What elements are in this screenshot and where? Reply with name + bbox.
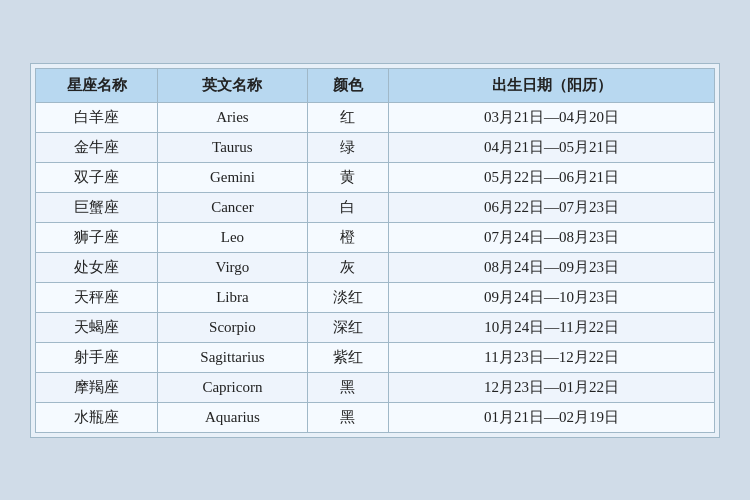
cell-chinese: 金牛座 bbox=[36, 132, 158, 162]
cell-chinese: 巨蟹座 bbox=[36, 192, 158, 222]
cell-color: 淡红 bbox=[307, 282, 388, 312]
cell-english: Aries bbox=[158, 102, 307, 132]
cell-color: 黄 bbox=[307, 162, 388, 192]
cell-english: Gemini bbox=[158, 162, 307, 192]
cell-english: Aquarius bbox=[158, 402, 307, 432]
cell-english: Libra bbox=[158, 282, 307, 312]
cell-date: 12月23日—01月22日 bbox=[389, 372, 715, 402]
cell-english: Leo bbox=[158, 222, 307, 252]
cell-date: 04月21日—05月21日 bbox=[389, 132, 715, 162]
cell-chinese: 天秤座 bbox=[36, 282, 158, 312]
cell-date: 01月21日—02月19日 bbox=[389, 402, 715, 432]
cell-color: 灰 bbox=[307, 252, 388, 282]
table-row: 处女座Virgo灰08月24日—09月23日 bbox=[36, 252, 715, 282]
table-row: 巨蟹座Cancer白06月22日—07月23日 bbox=[36, 192, 715, 222]
cell-chinese: 射手座 bbox=[36, 342, 158, 372]
cell-color: 白 bbox=[307, 192, 388, 222]
header-english: 英文名称 bbox=[158, 68, 307, 102]
table-body: 白羊座Aries红03月21日—04月20日金牛座Taurus绿04月21日—0… bbox=[36, 102, 715, 432]
cell-english: Sagittarius bbox=[158, 342, 307, 372]
cell-date: 07月24日—08月23日 bbox=[389, 222, 715, 252]
cell-chinese: 处女座 bbox=[36, 252, 158, 282]
cell-chinese: 水瓶座 bbox=[36, 402, 158, 432]
table-row: 射手座Sagittarius紫红11月23日—12月22日 bbox=[36, 342, 715, 372]
cell-date: 11月23日—12月22日 bbox=[389, 342, 715, 372]
table-row: 金牛座Taurus绿04月21日—05月21日 bbox=[36, 132, 715, 162]
cell-color: 黑 bbox=[307, 372, 388, 402]
header-color: 颜色 bbox=[307, 68, 388, 102]
cell-date: 06月22日—07月23日 bbox=[389, 192, 715, 222]
cell-color: 红 bbox=[307, 102, 388, 132]
cell-color: 绿 bbox=[307, 132, 388, 162]
table-row: 摩羯座Capricorn黑12月23日—01月22日 bbox=[36, 372, 715, 402]
cell-date: 03月21日—04月20日 bbox=[389, 102, 715, 132]
zodiac-table: 星座名称 英文名称 颜色 出生日期（阳历） 白羊座Aries红03月21日—04… bbox=[35, 68, 715, 433]
cell-english: Scorpio bbox=[158, 312, 307, 342]
cell-chinese: 天蝎座 bbox=[36, 312, 158, 342]
cell-date: 05月22日—06月21日 bbox=[389, 162, 715, 192]
cell-color: 紫红 bbox=[307, 342, 388, 372]
table-row: 狮子座Leo橙07月24日—08月23日 bbox=[36, 222, 715, 252]
zodiac-table-wrapper: 星座名称 英文名称 颜色 出生日期（阳历） 白羊座Aries红03月21日—04… bbox=[30, 63, 720, 438]
cell-date: 10月24日—11月22日 bbox=[389, 312, 715, 342]
table-header-row: 星座名称 英文名称 颜色 出生日期（阳历） bbox=[36, 68, 715, 102]
cell-color: 橙 bbox=[307, 222, 388, 252]
cell-english: Virgo bbox=[158, 252, 307, 282]
table-row: 天秤座Libra淡红09月24日—10月23日 bbox=[36, 282, 715, 312]
cell-chinese: 狮子座 bbox=[36, 222, 158, 252]
table-row: 天蝎座Scorpio深红10月24日—11月22日 bbox=[36, 312, 715, 342]
table-row: 双子座Gemini黄05月22日—06月21日 bbox=[36, 162, 715, 192]
cell-english: Cancer bbox=[158, 192, 307, 222]
cell-chinese: 白羊座 bbox=[36, 102, 158, 132]
cell-english: Capricorn bbox=[158, 372, 307, 402]
table-row: 白羊座Aries红03月21日—04月20日 bbox=[36, 102, 715, 132]
header-date: 出生日期（阳历） bbox=[389, 68, 715, 102]
cell-date: 08月24日—09月23日 bbox=[389, 252, 715, 282]
cell-english: Taurus bbox=[158, 132, 307, 162]
cell-chinese: 双子座 bbox=[36, 162, 158, 192]
cell-color: 黑 bbox=[307, 402, 388, 432]
cell-chinese: 摩羯座 bbox=[36, 372, 158, 402]
cell-color: 深红 bbox=[307, 312, 388, 342]
cell-date: 09月24日—10月23日 bbox=[389, 282, 715, 312]
table-row: 水瓶座Aquarius黑01月21日—02月19日 bbox=[36, 402, 715, 432]
header-chinese: 星座名称 bbox=[36, 68, 158, 102]
